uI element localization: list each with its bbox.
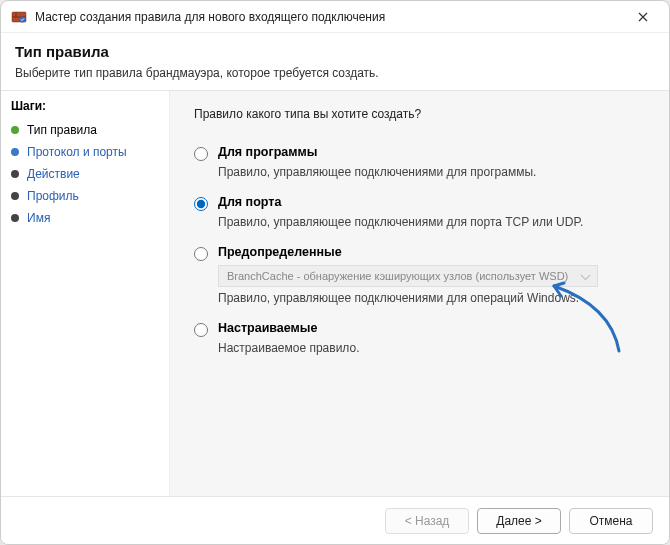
step-label: Профиль	[27, 189, 79, 203]
step-rule-type[interactable]: Тип правила	[11, 119, 159, 141]
cancel-button[interactable]: Отмена	[569, 508, 653, 534]
option-predefined[interactable]: Предопределенные	[194, 245, 645, 261]
option-program[interactable]: Для программы	[194, 145, 645, 161]
step-profile[interactable]: Профиль	[11, 185, 159, 207]
option-predefined-label: Предопределенные	[218, 245, 342, 259]
titlebar: Мастер создания правила для нового входя…	[1, 1, 669, 33]
radio-port[interactable]	[194, 197, 208, 211]
step-label: Протокол и порты	[27, 145, 127, 159]
steps-heading: Шаги:	[11, 99, 159, 113]
firewall-icon	[11, 9, 27, 25]
next-button[interactable]: Далее >	[477, 508, 561, 534]
radio-program[interactable]	[194, 147, 208, 161]
option-program-desc: Правило, управляющее подключениями для п…	[218, 165, 645, 179]
steps-sidebar: Шаги: Тип правила Протокол и порты Дейст…	[1, 91, 169, 496]
close-icon	[638, 12, 648, 22]
option-port-label: Для порта	[218, 195, 281, 209]
content-panel: Правило какого типа вы хотите создать? Д…	[169, 91, 669, 496]
option-port[interactable]: Для порта	[194, 195, 645, 211]
step-dot-icon	[11, 170, 19, 178]
wizard-footer: < Назад Далее > Отмена	[1, 496, 669, 544]
wizard-window: Мастер создания правила для нового входя…	[0, 0, 670, 545]
back-button: < Назад	[385, 508, 469, 534]
option-custom[interactable]: Настраиваемые	[194, 321, 645, 337]
step-name[interactable]: Имя	[11, 207, 159, 229]
option-predefined-desc: Правило, управляющее подключениями для о…	[218, 291, 645, 305]
prompt-text: Правило какого типа вы хотите создать?	[194, 107, 645, 121]
step-action[interactable]: Действие	[11, 163, 159, 185]
radio-custom[interactable]	[194, 323, 208, 337]
step-label: Тип правила	[27, 123, 97, 137]
option-custom-desc: Настраиваемое правило.	[218, 341, 645, 355]
step-label: Действие	[27, 167, 80, 181]
option-port-desc: Правило, управляющее подключениями для п…	[218, 215, 645, 229]
page-title: Тип правила	[15, 43, 655, 60]
window-title: Мастер создания правила для нового входя…	[35, 10, 627, 24]
predefined-select[interactable]: BranchCache - обнаружение кэширующих узл…	[218, 265, 598, 287]
wizard-body: Шаги: Тип правила Протокол и порты Дейст…	[1, 91, 669, 496]
close-button[interactable]	[627, 1, 659, 33]
svg-rect-3	[16, 12, 17, 17]
page-subtitle: Выберите тип правила брандмауэра, которо…	[15, 66, 655, 80]
step-dot-icon	[11, 148, 19, 156]
step-protocol-ports[interactable]: Протокол и порты	[11, 141, 159, 163]
step-dot-icon	[11, 126, 19, 134]
step-dot-icon	[11, 192, 19, 200]
step-label: Имя	[27, 211, 50, 225]
option-custom-label: Настраиваемые	[218, 321, 317, 335]
step-dot-icon	[11, 214, 19, 222]
page-header: Тип правила Выберите тип правила брандма…	[1, 33, 669, 88]
option-program-label: Для программы	[218, 145, 317, 159]
radio-predefined[interactable]	[194, 247, 208, 261]
